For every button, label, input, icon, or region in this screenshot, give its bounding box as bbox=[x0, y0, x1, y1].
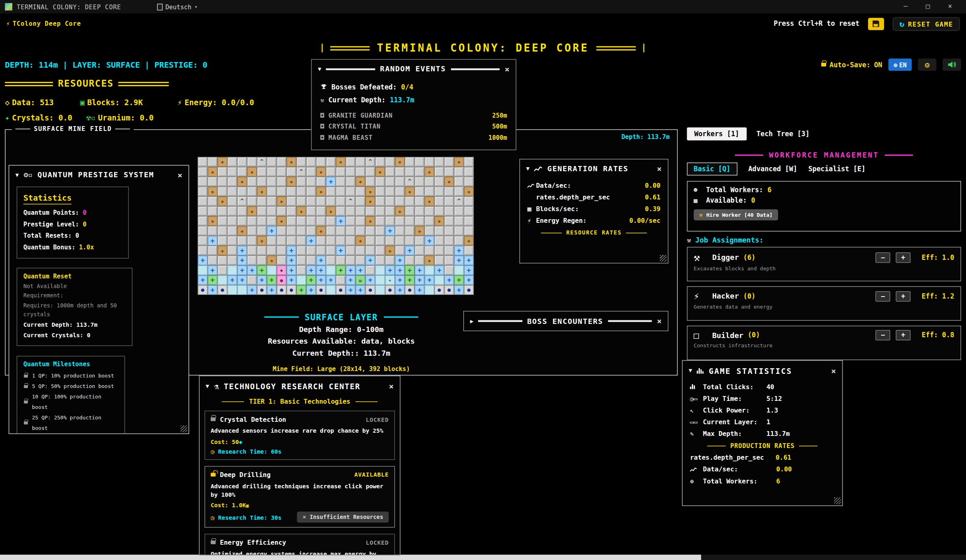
mine-tile[interactable] bbox=[287, 206, 296, 216]
maximize-button[interactable]: □ bbox=[917, 0, 939, 14]
mine-tile[interactable]: + bbox=[267, 226, 277, 236]
mine-tile[interactable] bbox=[444, 206, 454, 216]
subtab-specialist[interactable]: Specialist [E] bbox=[808, 165, 866, 173]
collapse-icon[interactable]: ▼ bbox=[206, 383, 209, 389]
mine-tile[interactable] bbox=[198, 167, 208, 176]
close-icon[interactable]: × bbox=[657, 316, 662, 326]
mine-tile[interactable] bbox=[198, 157, 208, 167]
mine-tile[interactable] bbox=[414, 196, 424, 206]
mine-tile[interactable]: + bbox=[316, 265, 326, 275]
collapse-icon[interactable]: ▼ bbox=[689, 367, 692, 373]
mine-tile[interactable]: ◆ bbox=[208, 187, 217, 196]
mine-tile[interactable] bbox=[444, 236, 454, 245]
mine-tile[interactable] bbox=[375, 285, 385, 295]
mine-tile[interactable] bbox=[346, 167, 355, 176]
mine-tile[interactable] bbox=[267, 196, 277, 206]
mine-tile[interactable] bbox=[306, 206, 316, 216]
close-icon[interactable]: × bbox=[831, 366, 836, 375]
close-icon[interactable]: × bbox=[505, 64, 510, 74]
mine-tile[interactable] bbox=[257, 246, 266, 255]
insufficient-resources-button[interactable]: × Insufficient Resources bbox=[297, 512, 389, 523]
mine-tile[interactable]: ^ bbox=[257, 157, 266, 167]
mine-tile[interactable] bbox=[336, 236, 346, 245]
mine-tile[interactable]: + bbox=[336, 265, 346, 275]
mine-tile[interactable] bbox=[227, 246, 237, 255]
mine-tile[interactable] bbox=[198, 246, 208, 255]
mine-tile[interactable] bbox=[287, 187, 296, 196]
mine-tile[interactable] bbox=[208, 226, 217, 236]
mine-tile[interactable]: + bbox=[464, 255, 474, 265]
mine-tile[interactable] bbox=[267, 206, 277, 216]
mine-tile[interactable] bbox=[287, 236, 296, 245]
mine-tile[interactable]: + bbox=[326, 177, 335, 187]
mine-tile[interactable] bbox=[444, 187, 454, 196]
mine-tile[interactable] bbox=[306, 216, 316, 226]
mine-tile[interactable] bbox=[326, 246, 335, 255]
mine-tile[interactable] bbox=[198, 177, 208, 187]
mine-tile[interactable] bbox=[375, 246, 385, 255]
mine-tile[interactable]: + bbox=[425, 236, 434, 245]
mine-tile[interactable]: ^ bbox=[365, 157, 375, 167]
mine-tile[interactable]: + bbox=[237, 265, 247, 275]
mine-tile[interactable] bbox=[247, 246, 257, 255]
os-language-menu[interactable]: Deutsch ▾ bbox=[157, 3, 198, 10]
mine-tile[interactable] bbox=[277, 157, 286, 167]
mine-tile[interactable]: + bbox=[257, 265, 266, 275]
mine-tile[interactable] bbox=[356, 255, 365, 265]
mine-tile[interactable] bbox=[375, 265, 385, 275]
mine-tile[interactable]: + bbox=[267, 275, 277, 285]
mine-tile[interactable] bbox=[208, 157, 217, 167]
mine-tile[interactable]: ^ bbox=[454, 196, 464, 206]
mine-tile[interactable] bbox=[356, 167, 365, 176]
language-button[interactable]: ⊕ EN bbox=[888, 58, 912, 71]
mine-tile[interactable]: ◆ bbox=[385, 246, 395, 255]
mine-tile[interactable] bbox=[346, 177, 355, 187]
mine-tile[interactable] bbox=[227, 177, 237, 187]
mine-tile[interactable] bbox=[227, 255, 237, 265]
mine-tile[interactable] bbox=[336, 226, 346, 236]
mine-tile[interactable] bbox=[237, 187, 247, 196]
mine-tile[interactable]: ◆ bbox=[434, 216, 444, 226]
mine-tile[interactable]: ^ bbox=[237, 196, 247, 206]
collapse-icon[interactable]: ▼ bbox=[15, 172, 19, 178]
mine-tile[interactable] bbox=[414, 177, 424, 187]
mine-tile[interactable] bbox=[434, 196, 444, 206]
mine-tile[interactable] bbox=[414, 236, 424, 245]
mine-tile[interactable]: + bbox=[464, 265, 474, 275]
mine-tile[interactable] bbox=[414, 187, 424, 196]
mine-tile[interactable]: + bbox=[237, 275, 247, 285]
mine-tile[interactable] bbox=[306, 246, 316, 255]
mine-tile[interactable] bbox=[444, 157, 454, 167]
mine-tile[interactable] bbox=[454, 167, 464, 176]
mine-tile[interactable] bbox=[444, 255, 454, 265]
tab-workers[interactable]: Workers [1] bbox=[687, 127, 747, 140]
mine-tile[interactable] bbox=[444, 167, 454, 176]
mine-tile[interactable] bbox=[316, 157, 326, 167]
mine-tile[interactable]: ● bbox=[434, 285, 444, 295]
mine-tile[interactable] bbox=[375, 236, 385, 245]
mine-tile[interactable] bbox=[365, 226, 375, 236]
mine-tile[interactable]: + bbox=[316, 255, 326, 265]
mine-tile[interactable] bbox=[444, 216, 454, 226]
mine-tile[interactable] bbox=[395, 236, 404, 245]
mine-tile[interactable] bbox=[306, 196, 316, 206]
mine-tile[interactable] bbox=[217, 236, 227, 245]
mine-tile[interactable] bbox=[217, 206, 227, 216]
mine-tile[interactable]: ● bbox=[336, 285, 346, 295]
mine-tile[interactable] bbox=[326, 167, 335, 176]
mine-tile[interactable] bbox=[454, 265, 464, 275]
mine-tile[interactable] bbox=[434, 177, 444, 187]
expand-icon[interactable]: ▶ bbox=[470, 318, 473, 324]
mine-tile[interactable] bbox=[365, 236, 375, 245]
mine-tile[interactable] bbox=[356, 157, 365, 167]
mine-tile[interactable]: ◆ bbox=[247, 167, 257, 176]
mine-tile[interactable]: ✦ bbox=[385, 275, 395, 285]
mine-tile[interactable] bbox=[306, 167, 316, 176]
mine-tile[interactable] bbox=[464, 177, 474, 187]
mine-tile[interactable]: + bbox=[365, 275, 375, 285]
mine-tile[interactable] bbox=[356, 196, 365, 206]
mine-tile[interactable]: + bbox=[306, 265, 316, 275]
mine-tile[interactable] bbox=[208, 177, 217, 187]
mine-tile[interactable]: ◆ bbox=[414, 226, 424, 236]
mine-tile[interactable]: ● bbox=[198, 285, 208, 295]
